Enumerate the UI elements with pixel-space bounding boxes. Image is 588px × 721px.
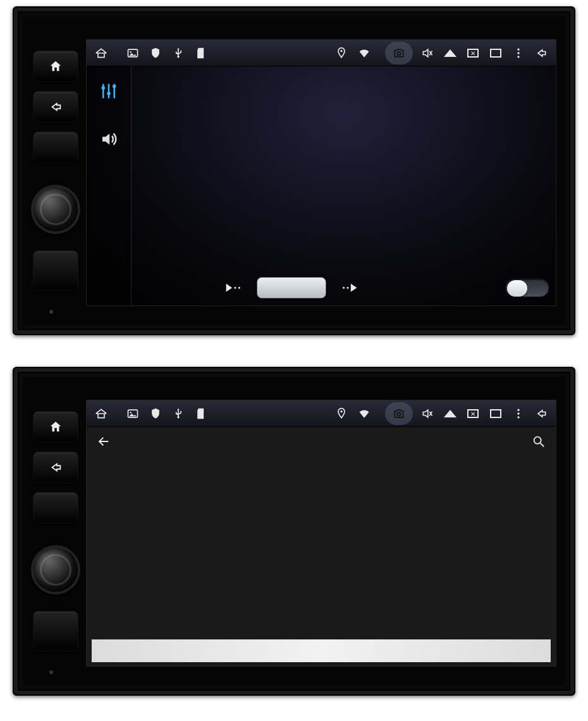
svg-point-12 (343, 287, 345, 288)
svg-point-15 (130, 412, 132, 414)
svg-point-2 (340, 50, 342, 52)
svg-point-5 (517, 52, 519, 54)
wifi-icon (356, 45, 372, 61)
hw-gps-usb-button[interactable] (33, 250, 78, 291)
mute-icon[interactable] (419, 45, 436, 61)
hw-navi-button[interactable] (33, 132, 78, 163)
loading-bar (92, 639, 551, 662)
preset-button[interactable] (257, 277, 326, 299)
svg-point-8 (107, 92, 111, 96)
settings-header (87, 427, 556, 459)
search-button[interactable] (532, 434, 546, 451)
svg-point-1 (130, 51, 132, 53)
back-icon[interactable] (533, 405, 549, 422)
picture-icon (125, 45, 141, 61)
hw-rst-label (49, 308, 57, 315)
wifi-icon (356, 405, 372, 422)
svg-point-16 (340, 410, 342, 412)
speaker-icon (99, 130, 118, 149)
svg-point-13 (346, 287, 348, 288)
screenshot-button[interactable] (385, 42, 413, 65)
sliders-icon (99, 82, 118, 101)
location-icon (333, 45, 350, 61)
hw-gps-usb-button[interactable] (33, 611, 78, 651)
svg-point-7 (102, 86, 106, 90)
status-bar (87, 400, 556, 427)
home-icon[interactable] (93, 45, 109, 61)
home-icon[interactable] (93, 405, 109, 422)
usb-icon (170, 405, 187, 422)
svg-point-19 (517, 412, 519, 414)
svg-point-17 (397, 412, 400, 416)
picture-icon (125, 405, 141, 422)
shield-icon (147, 45, 164, 61)
back-icon[interactable] (533, 45, 549, 61)
eject-icon[interactable] (442, 45, 458, 61)
hw-volume-knob[interactable] (31, 545, 80, 595)
amp-sidebar (87, 66, 131, 305)
screen-off-icon[interactable] (465, 45, 481, 61)
screen-off-icon[interactable] (465, 405, 481, 422)
hw-navi-button[interactable] (33, 492, 78, 524)
header-back-button[interactable] (97, 434, 111, 451)
svg-point-3 (397, 52, 400, 55)
svg-point-20 (517, 416, 519, 418)
tab-fader[interactable] (90, 118, 128, 163)
preset-next-button[interactable] (334, 276, 362, 299)
svg-point-21 (534, 437, 541, 444)
svg-point-9 (113, 85, 116, 89)
hw-home-button[interactable] (33, 411, 78, 443)
more-icon[interactable] (510, 405, 527, 422)
display-icon[interactable] (487, 405, 504, 422)
svg-point-18 (517, 409, 519, 410)
hw-home-button[interactable] (33, 51, 78, 82)
eject-icon[interactable] (442, 405, 458, 422)
eq-y-scale (135, 79, 163, 256)
mute-icon[interactable] (419, 405, 436, 422)
screenshot-button[interactable] (385, 402, 413, 425)
hw-volume-knob[interactable] (31, 185, 80, 234)
svg-point-4 (517, 48, 519, 50)
loudness-toggle[interactable] (505, 278, 549, 297)
hw-rst-label (49, 669, 57, 675)
shield-icon (147, 405, 164, 422)
more-icon[interactable] (510, 45, 527, 61)
equalizer-area (132, 66, 556, 305)
svg-point-6 (517, 56, 519, 58)
preset-prev-button[interactable] (221, 276, 249, 299)
sd-card-icon (193, 45, 209, 61)
tab-effect[interactable] (90, 70, 128, 114)
status-bar (87, 40, 556, 66)
svg-point-10 (234, 287, 236, 288)
hw-back-button[interactable] (33, 452, 78, 483)
display-icon[interactable] (487, 45, 504, 61)
usb-icon (170, 45, 187, 61)
svg-point-11 (238, 287, 240, 288)
location-icon (333, 405, 350, 422)
sd-card-icon (193, 405, 209, 422)
hw-back-button[interactable] (33, 91, 78, 123)
